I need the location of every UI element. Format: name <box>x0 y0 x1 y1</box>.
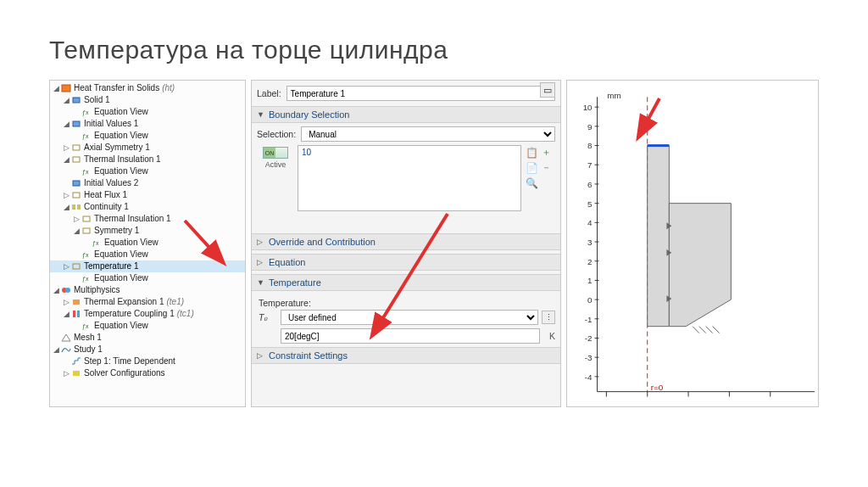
t0-type-combo[interactable]: User defined <box>281 310 538 325</box>
t0-unit: K <box>543 331 555 341</box>
multiphysics-icon <box>60 285 72 295</box>
tree-node-thermal-exp[interactable]: ▷Thermal Expansion 1(te1) <box>50 296 245 308</box>
tree-node-solid1[interactable]: ◢Solid 1 <box>50 94 245 106</box>
tree-node-eq-view-2[interactable]: ƒxEquation View <box>50 130 245 142</box>
copy-selection-icon[interactable]: 📄 <box>526 162 537 174</box>
tree-node-eq-view-7[interactable]: ƒxEquation View <box>50 320 245 332</box>
boundary-icon <box>70 154 82 165</box>
tree-node-study[interactable]: ◢Study 1 <box>50 344 245 355</box>
tree-node-eq-view-5[interactable]: ƒxEquation View <box>50 249 245 260</box>
svg-text:4: 4 <box>587 218 593 227</box>
zoom-selection-icon[interactable]: 🔍 <box>526 177 537 189</box>
svg-text:ƒx: ƒx <box>82 169 89 176</box>
add-selection-button[interactable]: ＋ <box>542 147 555 159</box>
temperature-label: Temperature: <box>259 298 555 308</box>
svg-text:6: 6 <box>587 180 593 189</box>
svg-rect-0 <box>62 85 70 92</box>
svg-rect-9 <box>73 193 80 198</box>
svg-marker-57 <box>648 146 670 327</box>
label-input[interactable] <box>287 86 555 101</box>
model-tree-panel: ◢Heat Transfer in Solids(ht) ◢Solid 1 ƒx… <box>49 80 246 407</box>
svg-text:-2: -2 <box>585 333 593 343</box>
svg-text:-1: -1 <box>585 315 593 324</box>
boundary-icon <box>70 261 82 271</box>
section-temperature[interactable]: ▼Temperature <box>252 274 560 291</box>
selection-combo[interactable]: Manual <box>301 126 555 142</box>
tree-node-thermal-ins[interactable]: ◢Thermal Insulation 1 <box>50 154 245 165</box>
tree-node-eq-view-6[interactable]: ƒxEquation View <box>50 272 245 284</box>
tree-node-heat-transfer[interactable]: ◢Heat Transfer in Solids(ht) <box>50 82 245 94</box>
pair-icon <box>70 202 82 212</box>
equation-icon: ƒx <box>81 166 92 176</box>
axis-r0-label: r=0 <box>651 383 664 392</box>
svg-text:0: 0 <box>587 295 593 305</box>
equation-icon: ƒx <box>81 249 92 260</box>
tree-node-iv1[interactable]: ◢Initial Values 1 <box>50 118 245 130</box>
svg-text:5: 5 <box>587 199 593 209</box>
tree-node-axial-sym[interactable]: ▷Axial Symmetry 1 <box>50 142 245 154</box>
tree-node-solver-config[interactable]: ▷Solver Configurations <box>50 367 245 379</box>
equation-icon: ƒx <box>91 238 103 248</box>
svg-rect-11 <box>77 204 81 210</box>
svg-text:9: 9 <box>587 122 593 132</box>
svg-text:ƒx: ƒx <box>92 240 99 247</box>
domain-icon <box>70 119 82 129</box>
tree-node-iv2[interactable]: Initial Values 2 <box>50 177 245 189</box>
svg-rect-16 <box>73 264 80 269</box>
remove-selection-button[interactable]: － <box>542 162 555 174</box>
tree-node-continuity[interactable]: ◢Continuity 1 <box>50 201 245 213</box>
selection-label: Selection: <box>257 129 296 139</box>
domain-icon <box>70 95 82 105</box>
paste-selection-icon[interactable]: 📋 <box>526 147 537 159</box>
tree-node-eq-view-4[interactable]: ƒxEquation View <box>50 237 245 249</box>
boundary-icon <box>81 226 92 236</box>
svg-text:3: 3 <box>587 238 593 247</box>
study-icon <box>60 344 72 355</box>
tree-node-symmetry[interactable]: ◢Symmetry 1 <box>50 225 245 237</box>
svg-rect-13 <box>83 228 90 233</box>
equation-icon: ƒx <box>81 321 92 331</box>
section-constraint[interactable]: ▷Constraint Settings <box>252 347 560 364</box>
t0-menu-button[interactable]: ⋮ <box>542 311 555 324</box>
t0-expression-input[interactable] <box>281 328 540 344</box>
tree-node-thermal-ins-b[interactable]: ▷Thermal Insulation 1 <box>50 213 245 225</box>
svg-marker-58 <box>669 204 731 327</box>
section-override[interactable]: ▷Override and Contribution <box>252 233 560 250</box>
active-label: Active <box>265 160 287 169</box>
svg-point-19 <box>65 288 70 293</box>
selection-list[interactable]: 10 <box>298 145 521 211</box>
tree-node-eq-view-3[interactable]: ƒxEquation View <box>50 165 245 177</box>
svg-text:ƒx: ƒx <box>82 252 89 259</box>
svg-rect-5 <box>73 145 80 150</box>
tree-node-mesh[interactable]: Mesh 1 <box>50 332 245 344</box>
svg-text:ƒx: ƒx <box>82 133 89 140</box>
svg-rect-1 <box>73 98 80 103</box>
tree-node-temp-coupling[interactable]: ◢Temperature Coupling 1(tc1) <box>50 308 245 320</box>
solver-icon <box>70 368 82 378</box>
section-boundary-selection[interactable]: ▼Boundary Selection <box>252 106 560 123</box>
svg-text:-4: -4 <box>585 372 593 382</box>
tree-node-heat-flux[interactable]: ▷Heat Flux 1 <box>50 189 245 201</box>
label-label: Label: <box>257 88 281 98</box>
svg-line-64 <box>699 327 706 333</box>
tree-node-multiphysics[interactable]: ◢Multiphysics <box>50 284 245 296</box>
geometry-plot: 1098 765 432 10-1 -2-3-4 mm <box>567 81 818 406</box>
t0-symbol: T₀ <box>259 312 277 322</box>
tree-node-eq-view-1[interactable]: ƒxEquation View <box>50 106 245 118</box>
svg-rect-6 <box>73 157 80 162</box>
section-equation[interactable]: ▷Equation <box>252 254 560 271</box>
help-button[interactable]: ▭ <box>540 82 555 98</box>
equation-icon: ƒx <box>81 131 92 141</box>
graphics-panel[interactable]: 1098 765 432 10-1 -2-3-4 mm <box>566 80 819 407</box>
svg-rect-22 <box>77 311 80 317</box>
tree-node-temperature1[interactable]: ▷Temperature 1 <box>50 260 245 272</box>
svg-rect-21 <box>73 311 75 317</box>
tree-node-step1[interactable]: Step 1: Time Dependent <box>50 355 245 367</box>
svg-rect-25 <box>73 371 80 376</box>
active-toggle[interactable]: ON <box>263 147 288 159</box>
svg-rect-8 <box>73 181 80 186</box>
svg-text:8: 8 <box>587 142 593 151</box>
svg-line-63 <box>693 327 699 333</box>
svg-text:2: 2 <box>587 257 592 266</box>
equation-icon: ƒx <box>81 273 92 283</box>
